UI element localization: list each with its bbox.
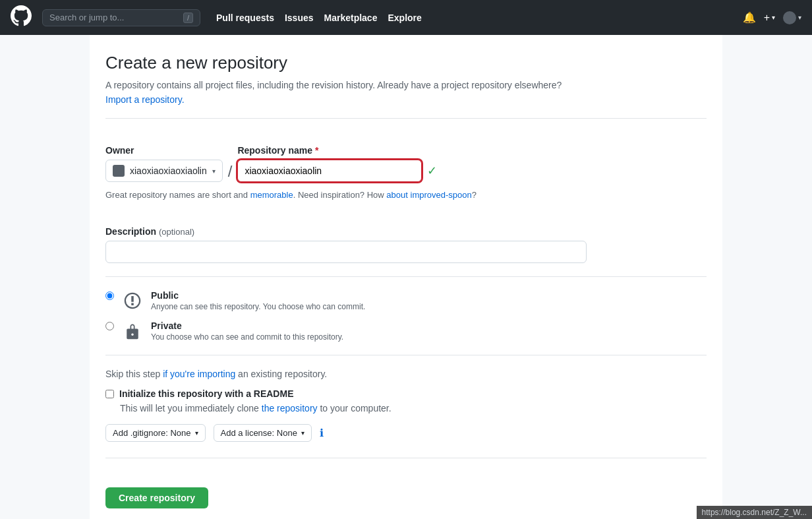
importing-link[interactable]: if you're importing — [163, 369, 235, 379]
init-readme-sub: This will let you immediately clone the … — [120, 403, 707, 413]
avatar-icon[interactable]: ▾ — [783, 11, 801, 24]
subtitle-text: A repository contains all project files,… — [105, 80, 707, 90]
repo-name-field-group: Repository name * ✓ — [237, 145, 437, 182]
slash-separator: / — [228, 164, 233, 182]
optional-marker: (optional) — [159, 227, 194, 237]
init-readme-label[interactable]: Initialize this repository with a README — [119, 388, 293, 399]
required-marker: * — [315, 145, 318, 156]
page-title: Create a new repository — [105, 53, 707, 73]
private-label: Private — [151, 321, 343, 331]
navbar-right: 🔔 + ▾ ▾ — [743, 11, 801, 24]
visibility-options: Public Anyone can see this repository. Y… — [105, 290, 707, 342]
public-radio[interactable] — [105, 291, 114, 300]
search-bar[interactable]: / — [42, 9, 200, 26]
nav-pull-requests[interactable]: Pull requests — [216, 13, 274, 23]
import-link: Import a repository. — [105, 94, 707, 105]
private-option-content: Private You choose who can see and commi… — [151, 321, 343, 342]
init-readme-checkbox[interactable] — [105, 390, 114, 398]
memorable-link[interactable]: memorable — [250, 190, 293, 200]
owner-name: xiaoxiaoxiaoxiaolin — [130, 166, 207, 176]
public-label: Public — [151, 290, 365, 301]
skip-text: Skip this step if you're importing an ex… — [105, 369, 707, 379]
repo-name-input[interactable] — [237, 160, 422, 182]
repo-name-label: Repository name * — [237, 145, 437, 156]
divider-top — [105, 118, 707, 119]
public-option-content: Public Anyone can see this repository. Y… — [151, 290, 365, 311]
public-desc: Anyone can see this repository. You choo… — [151, 302, 365, 311]
repo-name-wrapper: ✓ — [237, 160, 437, 182]
gitignore-dropdown[interactable]: Add .gitignore: None ▾ — [105, 424, 206, 442]
suggestion-link[interactable]: about improved-spoon — [386, 190, 471, 200]
divider-bottom — [105, 458, 707, 458]
gitignore-label: Add .gitignore: None — [113, 428, 191, 438]
owner-label: Owner — [105, 145, 223, 156]
check-icon: ✓ — [427, 164, 437, 178]
nav-explore[interactable]: Explore — [388, 13, 421, 23]
private-option: Private You choose who can see and commi… — [105, 321, 707, 342]
kbd-slash: / — [183, 13, 193, 23]
license-label: Add a license: None — [221, 428, 297, 438]
hint-text: Great repository names are short and mem… — [105, 190, 707, 200]
description-label: Description (optional) — [105, 226, 707, 237]
search-input[interactable] — [49, 13, 178, 22]
owner-chevron-icon: ▾ — [212, 168, 216, 175]
description-input[interactable] — [105, 241, 587, 263]
create-repository-button[interactable]: Create repository — [105, 487, 208, 508]
navbar: / Pull requests Issues Marketplace Explo… — [0, 0, 812, 35]
main-nav: Pull requests Issues Marketplace Explore — [216, 13, 422, 23]
license-dropdown[interactable]: Add a license: None ▾ — [214, 424, 312, 442]
owner-repo-section: Owner xiaoxiaoxiaoxiaolin ▾ / Repository… — [105, 132, 707, 226]
owner-avatar — [113, 165, 125, 177]
dropdowns-row: Add .gitignore: None ▾ Add a license: No… — [105, 424, 707, 442]
github-logo-icon[interactable] — [11, 5, 32, 30]
notification-icon[interactable]: 🔔 — [743, 11, 756, 24]
license-chevron-icon: ▾ — [301, 429, 304, 437]
gitignore-chevron-icon: ▾ — [195, 429, 198, 437]
private-repo-icon — [122, 321, 143, 342]
nav-issues[interactable]: Issues — [285, 13, 314, 23]
divider-visibility — [105, 276, 707, 277]
public-option: Public Anyone can see this repository. Y… — [105, 290, 707, 311]
owner-repo-row: Owner xiaoxiaoxiaoxiaolin ▾ / Repository… — [105, 145, 707, 182]
info-icon[interactable]: ℹ — [320, 427, 324, 439]
nav-marketplace[interactable]: Marketplace — [324, 13, 378, 23]
main-content: Create a new repository A repository con… — [90, 0, 722, 519]
public-repo-icon — [122, 290, 143, 311]
owner-select[interactable]: xiaoxiaoxiaoxiaolin ▾ — [105, 160, 223, 182]
init-readme-row: Initialize this repository with a README — [105, 388, 707, 399]
the-repository-link[interactable]: the repository — [262, 403, 318, 413]
private-radio[interactable] — [105, 322, 114, 330]
owner-field-group: Owner xiaoxiaoxiaoxiaolin ▾ — [105, 145, 223, 182]
skip-section: Skip this step if you're importing an ex… — [105, 369, 707, 413]
divider-init — [105, 355, 707, 355]
plus-icon[interactable]: + ▾ — [764, 12, 775, 24]
description-field-group: Description (optional) — [105, 226, 707, 263]
import-link-anchor[interactable]: Import a repository. — [105, 94, 185, 105]
private-desc: You choose who can see and commit to thi… — [151, 332, 343, 342]
